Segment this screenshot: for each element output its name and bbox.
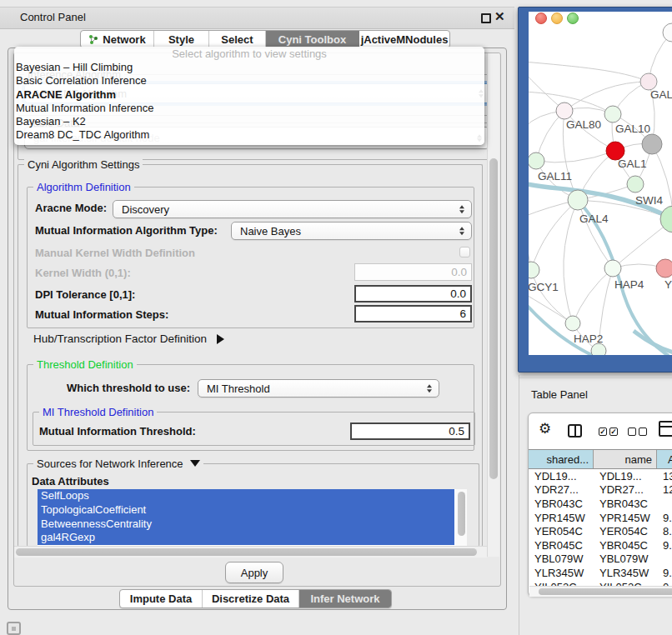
attributes-scrollbar[interactable]	[456, 489, 467, 546]
data-attributes-list[interactable]: SelfLoopsTopologicalCoefficientBetweenne…	[38, 489, 467, 546]
which-threshold-label: Which threshold to use:	[67, 382, 190, 394]
attribute-item[interactable]: gal4RGexp	[38, 531, 454, 545]
tab-infer-network[interactable]: Infer Network	[299, 590, 391, 608]
column-header[interactable]: name	[594, 450, 657, 468]
network-node[interactable]	[529, 262, 539, 278]
settings-vertical-scrollbar[interactable]	[487, 53, 499, 557]
node-label: GAL80	[566, 118, 601, 131]
table-row[interactable]: YER054CYER054C8.	[529, 524, 672, 538]
kernel-width-field[interactable]: 0.0	[354, 263, 472, 281]
node-label: GAL10	[615, 122, 650, 135]
gear-icon[interactable]: ⚙	[539, 420, 551, 437]
mi-threshold-definition-title: MI Threshold Definition	[39, 406, 157, 418]
mi-steps-field[interactable]: 6	[354, 305, 472, 322]
table-row[interactable]: YLR345WYLR345W9.	[529, 566, 672, 580]
desktop: Control Panel ✕ NetworkStyleSelectCyni T…	[0, 0, 672, 635]
table-panel-divider	[519, 378, 672, 378]
table-cell: 9.	[657, 538, 672, 552]
table-cell: YPR145W	[529, 511, 594, 525]
dropdown-item[interactable]: Mutual Information Inference	[14, 102, 484, 115]
control-panel-title: Control Panel	[20, 11, 86, 23]
column-header[interactable]: shared...	[529, 450, 594, 468]
dropdown-item[interactable]: Dream8 DC_TDC Algorithm	[14, 128, 484, 142]
zoom-traffic-light[interactable]	[567, 12, 579, 24]
mi-threshold-field[interactable]: 0.5	[350, 422, 470, 440]
mi-algorithm-type-label: Mutual Information Algorithm Type:	[35, 224, 218, 237]
network-node[interactable]	[529, 152, 544, 169]
new-table-icon[interactable]	[659, 421, 672, 437]
dropdown-item[interactable]: Basic Correlation Inference	[14, 74, 484, 88]
table-cell: YLR345W	[529, 566, 594, 580]
dpi-tolerance-field[interactable]: 0.0	[354, 285, 472, 302]
column-header[interactable]: A	[657, 450, 672, 468]
minimize-traffic-light[interactable]	[551, 12, 563, 24]
network-view-window[interactable]: GALGAL80GAL10GAL1GAL11SWI4GAL4GCY1HAP4YH…	[518, 7, 672, 372]
table-cell: YPR145W	[594, 511, 657, 525]
table-horizontal-scrollbar[interactable]	[529, 586, 672, 597]
manual-kernel-width-checkbox[interactable]	[459, 247, 470, 258]
table-row[interactable]: YIL052CYIL052C0.	[529, 580, 672, 586]
attribute-item[interactable]: SelfLoops	[38, 489, 454, 503]
tab-jactivemnodules[interactable]: jActiveMNodules	[359, 31, 449, 48]
network-node[interactable]	[565, 316, 580, 331]
settings-horizontal-scrollbar[interactable]	[14, 546, 487, 558]
pane-divider[interactable]	[519, 375, 519, 635]
combo-arrows-icon	[459, 227, 464, 235]
expand-arrow-icon[interactable]	[217, 334, 224, 344]
tab-select[interactable]: Select	[209, 31, 266, 48]
attribute-item[interactable]: BetweennessCentrality	[38, 518, 454, 532]
table-row[interactable]: YDL19...YDL19...13	[529, 469, 672, 483]
apply-button[interactable]: Apply	[225, 562, 283, 583]
close-traffic-light[interactable]	[535, 12, 547, 24]
float-window-icon[interactable]	[481, 13, 491, 23]
network-node[interactable]	[604, 260, 621, 277]
aracne-mode-combobox[interactable]: Discovery	[113, 200, 472, 218]
tab-discretize-data[interactable]: Discretize Data	[203, 590, 299, 608]
split-columns-icon[interactable]	[568, 424, 582, 438]
table-cell: 8.	[657, 524, 672, 538]
which-threshold-combobox[interactable]: MI Threshold	[198, 379, 439, 398]
close-icon[interactable]: ✕	[494, 9, 505, 24]
table-cell: YBR045C	[594, 538, 657, 552]
attribute-item[interactable]: TopologicalCoefficient	[38, 503, 454, 518]
network-node[interactable]	[591, 343, 606, 355]
mi-algorithm-type-combobox[interactable]: Naive Bayes	[231, 222, 472, 240]
node-label: Y	[664, 278, 672, 291]
panel-corner-icon[interactable]	[7, 622, 21, 635]
dropdown-item[interactable]: Bayesian – Hill Climbing	[14, 61, 484, 74]
node-label: GAL	[650, 88, 672, 101]
checked-checkbox-icon[interactable]: ✓	[609, 428, 618, 436]
network-node[interactable]	[656, 259, 672, 278]
table-row[interactable]: YBL079WYBL079W	[529, 552, 672, 567]
table-row[interactable]: YBR043CYBR043C	[529, 497, 672, 511]
table-row[interactable]: YBR045CYBR045C9.	[529, 538, 672, 552]
network-node[interactable]	[627, 176, 644, 192]
tab-cyni-toolbox[interactable]: Cyni Toolbox	[266, 31, 359, 48]
node-label: GAL4	[579, 212, 609, 225]
tab-impute-data[interactable]: Impute Data	[120, 590, 203, 608]
hub-definition-toggle[interactable]: Hub/Transcription Factor Definition	[33, 332, 224, 345]
dropdown-item[interactable]: ARACNE Algorithm	[14, 88, 484, 102]
table-cell: YDL19...	[594, 469, 657, 483]
dropdown-item[interactable]: Bayesian – K2	[14, 115, 484, 128]
unchecked-checkbox-icon[interactable]	[639, 428, 647, 436]
checked-checkbox-icon[interactable]: ✓	[599, 428, 607, 436]
table-row[interactable]: YPR145WYPR145W9.	[529, 511, 672, 525]
network-node[interactable]	[640, 73, 657, 90]
network-canvas[interactable]: GALGAL80GAL10GAL1GAL11SWI4GAL4GCY1HAP4YH…	[529, 12, 672, 355]
network-node[interactable]	[568, 190, 588, 210]
network-icon	[88, 34, 98, 45]
collapse-arrow-icon[interactable]	[190, 460, 200, 467]
tab-network[interactable]: Network	[81, 31, 154, 48]
table-row[interactable]: YDR27...YDR27...12	[529, 483, 672, 498]
network-node[interactable]	[556, 102, 573, 119]
tab-style[interactable]: Style	[154, 31, 209, 48]
table-cell: YER054C	[529, 524, 594, 538]
unchecked-checkbox-icon[interactable]	[628, 428, 636, 436]
table-cell: YIL052C	[594, 580, 657, 586]
threshold-definition-title: Threshold Definition	[33, 358, 137, 371]
node-label: GAL1	[618, 158, 647, 170]
network-node[interactable]	[642, 134, 662, 154]
network-node[interactable]	[604, 106, 621, 122]
network-node[interactable]	[663, 23, 672, 42]
